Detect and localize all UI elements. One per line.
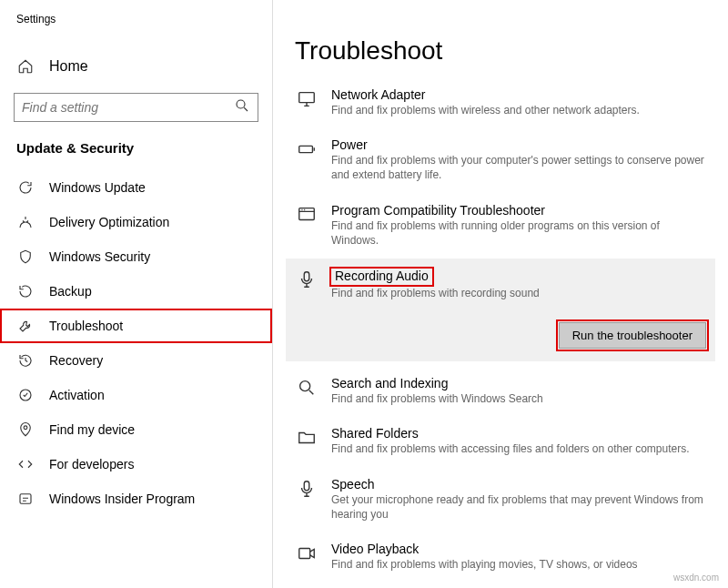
svg-point-8 [300, 381, 310, 391]
backup-icon [16, 283, 35, 299]
ts-power[interactable]: Power Find and fix problems with your co… [295, 132, 706, 188]
nav-windows-update[interactable]: Windows Update [0, 170, 272, 205]
ts-title: Speech [331, 477, 706, 492]
run-troubleshooter-button[interactable]: Run the troubleshooter [559, 322, 706, 349]
insider-icon [16, 491, 35, 507]
nav-label: Activation [49, 388, 105, 402]
ts-title: Network Adapter [331, 87, 706, 102]
ts-speech[interactable]: Speech Get your microphone ready and fix… [295, 471, 706, 527]
svg-rect-5 [299, 147, 313, 153]
home-icon [16, 58, 35, 75]
ts-desc: Find and fix problems with running older… [331, 218, 706, 248]
nav-for-developers[interactable]: For developers [0, 447, 272, 482]
svg-rect-9 [304, 481, 309, 490]
nav-label: Troubleshoot [49, 319, 123, 333]
watermark: wsxdn.com [673, 573, 719, 583]
developers-icon [16, 456, 35, 472]
nav-label: Find my device [49, 422, 135, 437]
ts-video-playback[interactable]: Video Playback Find and fix problems wit… [295, 536, 706, 577]
microphone-icon [295, 268, 318, 289]
program-icon [295, 203, 318, 225]
ts-recording-audio-selected: Recording Audio Find and fix problems wi… [286, 259, 715, 361]
ts-desc: Get your microphone ready and fix proble… [331, 492, 706, 522]
nav-label: Windows Security [49, 249, 150, 264]
microphone-icon [295, 477, 318, 499]
ts-network-adapter[interactable]: Network Adapter Find and fix problems wi… [295, 82, 706, 123]
nav-label: Backup [49, 284, 92, 299]
ts-shared-folders[interactable]: Shared Folders Find and fix problems wit… [295, 421, 706, 461]
search-icon [295, 376, 318, 398]
nav-label: Delivery Optimization [49, 215, 169, 229]
nav-label: Recovery [49, 353, 103, 368]
search-input[interactable] [22, 100, 234, 115]
nav-find-my-device[interactable]: Find my device [0, 412, 272, 447]
nav-troubleshoot[interactable]: Troubleshoot [0, 309, 272, 343]
monitor-icon [295, 87, 318, 109]
page-title: Troubleshoot [295, 36, 706, 66]
nav-label: Windows Update [49, 180, 146, 195]
nav-windows-insider[interactable]: Windows Insider Program [0, 482, 272, 516]
svg-rect-3 [20, 494, 31, 504]
ts-title: Power [331, 137, 706, 152]
svg-rect-10 [299, 548, 310, 558]
shield-icon [16, 248, 35, 265]
recovery-icon [16, 352, 35, 369]
home-nav[interactable]: Home [0, 51, 272, 82]
ts-desc: Find and fix problems with recording sou… [331, 286, 706, 300]
wrench-icon [16, 318, 35, 334]
svg-point-0 [237, 100, 245, 108]
nav-activation[interactable]: Activation [0, 378, 272, 412]
app-title: Settings [0, 7, 272, 31]
ts-title: Recording Audio [331, 269, 432, 285]
nav-backup[interactable]: Backup [0, 274, 272, 309]
nav-delivery-optimization[interactable]: Delivery Optimization [0, 205, 272, 239]
search-icon [234, 97, 250, 117]
ts-program-compatibility[interactable]: Program Compatibility Troubleshooter Fin… [295, 198, 706, 253]
svg-rect-4 [299, 93, 315, 103]
folder-icon [295, 426, 318, 448]
sync-icon [16, 179, 35, 196]
svg-rect-6 [299, 208, 315, 219]
nav-recovery[interactable]: Recovery [0, 343, 272, 378]
ts-search-indexing[interactable]: Search and Indexing Find and fix problem… [295, 370, 706, 411]
ts-desc: Find and fix problems with wireless and … [331, 103, 706, 117]
battery-icon [295, 137, 318, 159]
ts-desc: Find and fix problems with playing movie… [331, 557, 706, 572]
ts-title: Program Compatibility Troubleshooter [331, 203, 706, 218]
nav-windows-security[interactable]: Windows Security [0, 239, 272, 274]
nav-label: For developers [49, 457, 134, 471]
optimization-icon [16, 214, 35, 230]
home-label: Home [49, 58, 88, 75]
ts-desc: Find and fix problems with Windows Searc… [331, 391, 706, 406]
activation-icon [16, 387, 35, 403]
ts-title: Shared Folders [331, 426, 706, 441]
location-icon [16, 421, 35, 438]
section-title: Update & Security [0, 140, 272, 170]
svg-rect-7 [304, 272, 309, 281]
ts-desc: Find and fix problems with accessing fil… [331, 441, 706, 456]
ts-desc: Find and fix problems with your computer… [331, 153, 706, 182]
svg-point-2 [24, 426, 27, 430]
ts-recording-audio[interactable]: Recording Audio Find and fix problems wi… [295, 268, 706, 300]
ts-title: Video Playback [331, 542, 706, 556]
video-icon [295, 542, 318, 563]
nav-label: Windows Insider Program [49, 492, 195, 506]
search-box[interactable] [14, 93, 258, 122]
ts-title: Search and Indexing [331, 376, 706, 390]
